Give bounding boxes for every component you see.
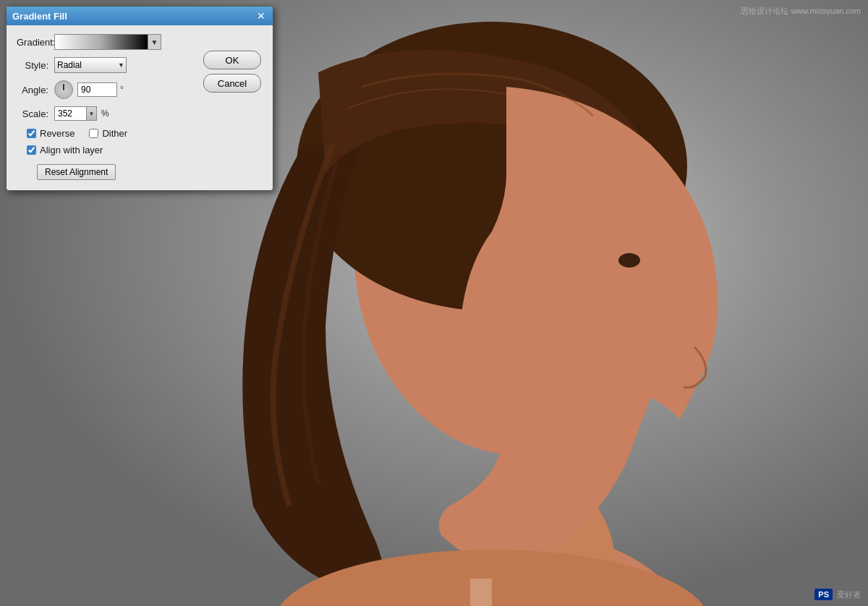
dither-checkbox[interactable] [89,129,98,138]
reset-alignment-button[interactable]: Reset Alignment [37,164,116,180]
scale-row: Scale: ▼ % [17,106,263,121]
gradient-dropdown-arrow[interactable]: ▼ [148,34,161,50]
align-group: Align with layer [27,145,103,155]
dither-group: Dither [89,128,127,139]
dialog-buttons: OK Cancel [203,51,261,93]
angle-dial[interactable] [54,80,73,99]
dialog-titlebar: Gradient Fill ✕ [7,7,273,25]
reset-row: Reset Alignment [17,164,263,180]
dialog-body: Gradient: ▼ Style: Linear Radial Angle R… [7,25,273,190]
angle-input[interactable] [77,82,117,97]
align-row: Align with layer [17,145,263,155]
gradient-preview[interactable] [54,34,148,50]
style-label: Style: [17,60,54,71]
svg-point-5 [618,253,640,268]
reverse-checkbox[interactable] [27,129,36,138]
scale-label: Scale: [17,108,54,119]
options-row-1: Reverse Dither [17,128,263,139]
ok-button[interactable]: OK [203,51,261,69]
align-checkbox[interactable] [27,145,36,155]
ps-logo: PS [814,589,833,600]
dialog-close-button[interactable]: ✕ [255,10,267,22]
reverse-label[interactable]: Reverse [40,128,75,139]
scale-percent-symbol: % [101,108,109,119]
gradient-label: Gradient: [17,37,54,48]
scale-input[interactable] [54,106,87,121]
watermark-top: 思绘设计论坛 www.missyuan.com [741,6,861,17]
reverse-group: Reverse [27,128,75,139]
angle-degree-symbol: ° [120,85,124,95]
watermark-bottom-text: 爱好者 [837,589,861,600]
dither-label[interactable]: Dither [102,128,127,139]
style-select-wrapper: Linear Radial Angle Reflected Diamond ▼ [54,57,127,73]
angle-label: Angle: [17,85,54,95]
watermark-bottom: PS 爱好者 [814,589,861,600]
gradient-fill-dialog: Gradient Fill ✕ Gradient: ▼ Style: Linea… [6,6,273,191]
cancel-button[interactable]: Cancel [203,74,261,93]
scale-dropdown-arrow[interactable]: ▼ [87,106,97,121]
dialog-title: Gradient Fill [12,11,67,22]
align-label[interactable]: Align with layer [40,145,103,155]
style-select[interactable]: Linear Radial Angle Reflected Diamond [54,57,127,73]
svg-rect-7 [470,579,492,606]
gradient-row: Gradient: ▼ [17,34,263,50]
